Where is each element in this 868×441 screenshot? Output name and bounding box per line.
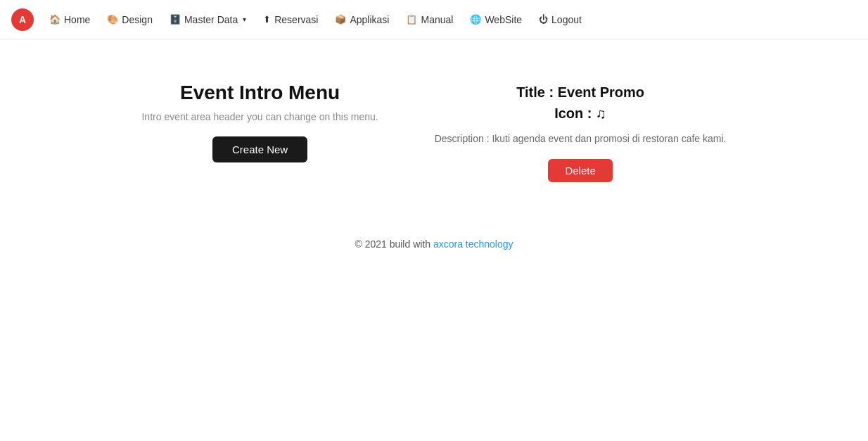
nav-item-website[interactable]: 🌐 WebSite bbox=[463, 10, 529, 30]
master-data-icon: 🗄️ bbox=[170, 14, 181, 25]
nav-item-applikasi[interactable]: 📦 Applikasi bbox=[328, 10, 396, 30]
dropdown-arrow-icon: ▾ bbox=[243, 15, 246, 23]
nav-link-manual[interactable]: 📋 Manual bbox=[399, 10, 460, 30]
reservasi-icon: ⬆ bbox=[263, 14, 271, 25]
logout-icon: ⏻ bbox=[539, 14, 548, 25]
nav-link-home[interactable]: 🏠 Home bbox=[42, 10, 97, 30]
nav-item-home[interactable]: 🏠 Home bbox=[42, 10, 97, 30]
music-note-icon: ♫ bbox=[596, 106, 606, 121]
design-icon: 🎨 bbox=[107, 14, 118, 25]
delete-button[interactable]: Delete bbox=[548, 159, 612, 182]
nav-menu: 🏠 Home 🎨 Design 🗄️ Master Data ▾ ⬆ Reser… bbox=[42, 10, 589, 30]
nav-item-reservasi[interactable]: ⬆ Reservasi bbox=[256, 10, 325, 30]
footer: © 2021 build with axcora technology bbox=[0, 210, 868, 264]
nav-link-logout[interactable]: ⏻ Logout bbox=[532, 10, 589, 30]
right-panel: Title : Event Promo Icon : ♫ Description… bbox=[435, 82, 727, 182]
nav-item-logout[interactable]: ⏻ Logout bbox=[532, 10, 589, 30]
event-title-line: Title : Event Promo bbox=[516, 82, 644, 103]
event-description: Description : Ikuti agenda event dan pro… bbox=[435, 131, 727, 146]
website-icon: 🌐 bbox=[470, 14, 481, 25]
event-icon-line: Icon : ♫ bbox=[554, 103, 606, 124]
applikasi-icon: 📦 bbox=[335, 14, 346, 25]
nav-item-master-data[interactable]: 🗄️ Master Data ▾ bbox=[162, 10, 253, 30]
nav-link-master-data[interactable]: 🗄️ Master Data ▾ bbox=[162, 10, 253, 30]
panel-subtitle: Intro event area header you can change o… bbox=[141, 111, 378, 122]
home-icon: 🏠 bbox=[49, 14, 60, 25]
main-content: Event Intro Menu Intro event area header… bbox=[0, 39, 868, 210]
nav-link-reservasi[interactable]: ⬆ Reservasi bbox=[256, 10, 325, 30]
create-new-button[interactable]: Create New bbox=[212, 136, 307, 162]
footer-text: © 2021 build with bbox=[355, 238, 433, 250]
nav-link-applikasi[interactable]: 📦 Applikasi bbox=[328, 10, 396, 30]
nav-link-design[interactable]: 🎨 Design bbox=[100, 10, 160, 30]
left-panel: Event Intro Menu Intro event area header… bbox=[141, 82, 378, 162]
panel-title: Event Intro Menu bbox=[180, 82, 340, 104]
navbar: A 🏠 Home 🎨 Design 🗄️ Master Data ▾ ⬆ bbox=[0, 0, 868, 39]
manual-icon: 📋 bbox=[406, 14, 417, 25]
nav-item-manual[interactable]: 📋 Manual bbox=[399, 10, 460, 30]
footer-link[interactable]: axcora technology bbox=[433, 238, 513, 250]
nav-item-design[interactable]: 🎨 Design bbox=[100, 10, 160, 30]
nav-link-website[interactable]: 🌐 WebSite bbox=[463, 10, 529, 30]
brand-logo: A bbox=[11, 8, 34, 31]
